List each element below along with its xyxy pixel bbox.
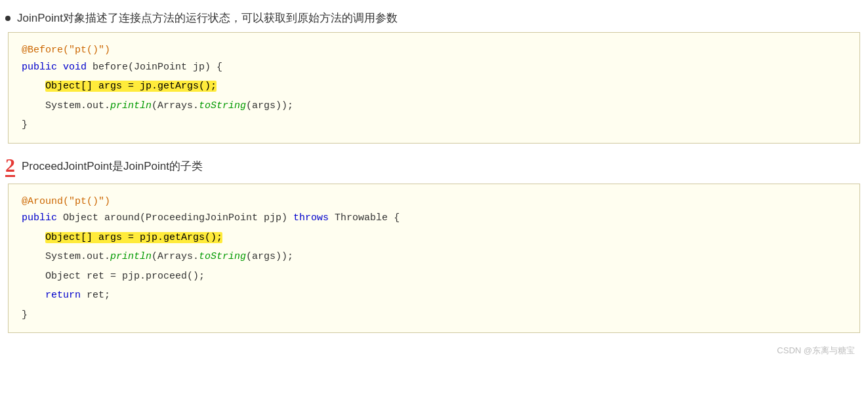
code-line-2-7: } xyxy=(22,307,846,324)
section1-header: JoinPoint对象描述了连接点方法的运行状态，可以获取到原始方法的调用参数 xyxy=(0,7,868,29)
code-line-1-4: System.out.println(Arrays.toString(args)… xyxy=(22,98,846,115)
watermark: CSDN @东离与糖宝 xyxy=(0,341,868,359)
code-line-2-5: Object ret = pjp.proceed(); xyxy=(22,268,846,285)
code-block-1: @Before("pt()") public void before(JoinP… xyxy=(8,32,860,144)
highlight-2: Object[] args = pjp.getArgs(); xyxy=(45,232,222,243)
section1-text: JoinPoint对象描述了连接点方法的运行状态，可以获取到原始方法的调用参数 xyxy=(17,10,398,26)
code-line-1-5: } xyxy=(22,117,846,134)
section2-text: ProceedJointPoint是JoinPoint的子类 xyxy=(22,159,203,174)
code-line-1-2: public void before(JoinPoint jp) { xyxy=(22,59,846,76)
code-line-2-6: return ret; xyxy=(22,287,846,304)
code-line-2-3: Object[] args = pjp.getArgs(); xyxy=(22,229,846,246)
code-line-2-2: public Object around(ProceedingJoinPoint… xyxy=(22,210,846,227)
code-line-1-1: @Before("pt()") xyxy=(22,42,846,59)
code-line-2-1: @Around("pt()") xyxy=(22,193,846,210)
bullet-icon xyxy=(5,16,10,21)
code-line-1-3: Object[] args = jp.getArgs(); xyxy=(22,78,846,95)
code-line-2-4: System.out.println(Arrays.toString(args)… xyxy=(22,248,846,265)
code-block-2: @Around("pt()") public Object around(Pro… xyxy=(8,184,860,334)
page-container: JoinPoint对象描述了连接点方法的运行状态，可以获取到原始方法的调用参数 … xyxy=(0,7,868,359)
section-number-2: 2 xyxy=(5,155,15,177)
highlight-1: Object[] args = jp.getArgs(); xyxy=(45,81,217,92)
section2-header: 2 ProceedJointPoint是JoinPoint的子类 xyxy=(0,151,868,181)
